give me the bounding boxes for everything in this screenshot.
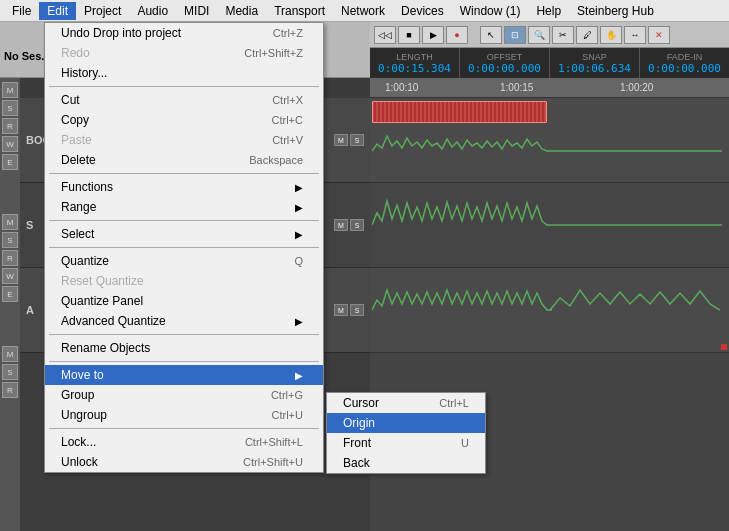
menubar-item-media[interactable]: Media [217, 2, 266, 20]
undo-shortcut: Ctrl+Z [273, 27, 303, 39]
submenu-item-front[interactable]: Front U [327, 433, 485, 453]
submenu-item-back[interactable]: Back [327, 453, 485, 473]
track-solo-s1[interactable]: S [350, 219, 364, 231]
menubar-item-edit[interactable]: Edit [39, 2, 76, 20]
range-tool[interactable]: ⊡ [504, 26, 526, 44]
waveform-boom [372, 126, 722, 176]
track-mute-s1[interactable]: M [334, 219, 348, 231]
menubar-item-file[interactable]: File [4, 2, 39, 20]
menubar: File Edit Project Audio MIDI Media Trans… [0, 0, 729, 22]
menu-item-reset-quantize[interactable]: Reset Quantize [45, 271, 323, 291]
side-icon-7[interactable]: S [2, 232, 18, 248]
group-shortcut: Ctrl+G [271, 389, 303, 401]
transport-bar: ◁◁ ■ ▶ ● ↖ ⊡ 🔍 ✂ 🖊 ✋ ↔ ✕ [370, 22, 729, 48]
select-label: Select [61, 227, 289, 241]
tool4[interactable]: 🖊 [576, 26, 598, 44]
menubar-item-project[interactable]: Project [76, 2, 129, 20]
ruler-mark-3: 1:00:20 [620, 82, 653, 93]
menu-item-group[interactable]: Group Ctrl+G [45, 385, 323, 405]
play-button[interactable]: ▶ [422, 26, 444, 44]
menu-item-history[interactable]: History... [45, 63, 323, 83]
cut-label: Cut [61, 93, 252, 107]
track-row-boom [370, 98, 729, 183]
move-to-submenu: Cursor Ctrl+L Origin Front U Back [326, 392, 486, 474]
copy-label: Copy [61, 113, 252, 127]
advanced-quantize-arrow: ▶ [295, 316, 303, 327]
fadein-label: Fade-In [667, 52, 703, 62]
menubar-item-devices[interactable]: Devices [393, 2, 452, 20]
separator-7 [49, 428, 319, 429]
track-solo-a1[interactable]: S [350, 304, 364, 316]
menu-item-unlock[interactable]: Unlock Ctrl+Shift+U [45, 452, 323, 472]
separator-4 [49, 247, 319, 248]
menubar-item-transport[interactable]: Transport [266, 2, 333, 20]
tool6[interactable]: ↔ [624, 26, 646, 44]
side-icon-8[interactable]: R [2, 250, 18, 266]
track-solo-boom[interactable]: S [350, 134, 364, 146]
menu-item-quantize[interactable]: Quantize Q [45, 251, 323, 271]
move-to-arrow: ▶ [295, 370, 303, 381]
menubar-item-steinberg[interactable]: Steinberg Hub [569, 2, 662, 20]
record-button[interactable]: ● [446, 26, 468, 44]
side-icon-11[interactable]: M [2, 346, 18, 362]
side-icon-4[interactable]: W [2, 136, 18, 152]
magnify-tool[interactable]: 🔍 [528, 26, 550, 44]
stop-button[interactable]: ■ [398, 26, 420, 44]
tool3[interactable]: ✂ [552, 26, 574, 44]
menubar-item-window[interactable]: Window (1) [452, 2, 529, 20]
submenu-item-origin[interactable]: Origin [327, 413, 485, 433]
menu-item-redo[interactable]: Redo Ctrl+Shift+Z [45, 43, 323, 63]
menu-item-quantize-panel[interactable]: Quantize Panel [45, 291, 323, 311]
audio-clip-red[interactable] [372, 101, 547, 123]
menu-item-advanced-quantize[interactable]: Advanced Quantize ▶ [45, 311, 323, 331]
menu-item-ungroup[interactable]: Ungroup Ctrl+U [45, 405, 323, 425]
menu-item-copy[interactable]: Copy Ctrl+C [45, 110, 323, 130]
ungroup-shortcut: Ctrl+U [272, 409, 303, 421]
functions-label: Functions [61, 180, 289, 194]
side-icon-6[interactable]: M [2, 214, 18, 230]
tool5[interactable]: ✋ [600, 26, 622, 44]
menu-item-undo[interactable]: Undo Drop into project Ctrl+Z [45, 23, 323, 43]
front-label: Front [343, 436, 441, 450]
menu-item-rename[interactable]: Rename Objects [45, 338, 323, 358]
offset-cell: Offset 0:00:00.000 [460, 48, 550, 78]
range-label: Range [61, 200, 289, 214]
side-icons: M S R W E M S R W E M S R [0, 78, 20, 531]
reset-quantize-label: Reset Quantize [61, 274, 303, 288]
menu-item-paste[interactable]: Paste Ctrl+V [45, 130, 323, 150]
menu-item-delete[interactable]: Delete Backspace [45, 150, 323, 170]
menubar-item-audio[interactable]: Audio [129, 2, 176, 20]
submenu-item-cursor[interactable]: Cursor Ctrl+L [327, 393, 485, 413]
menubar-item-help[interactable]: Help [528, 2, 569, 20]
side-icon-9[interactable]: W [2, 268, 18, 284]
menubar-item-midi[interactable]: MIDI [176, 2, 217, 20]
menu-item-select[interactable]: Select ▶ [45, 224, 323, 244]
side-icon-3[interactable]: R [2, 118, 18, 134]
close-x[interactable]: ✕ [648, 26, 670, 44]
lock-shortcut: Ctrl+Shift+L [245, 436, 303, 448]
offset-value: 0:00:00.000 [468, 62, 541, 75]
side-icon-2[interactable]: S [2, 100, 18, 116]
advanced-quantize-label: Advanced Quantize [61, 314, 289, 328]
side-icon-1[interactable]: M [2, 82, 18, 98]
side-icon-10[interactable]: E [2, 286, 18, 302]
cursor-label: Cursor [343, 396, 419, 410]
menu-item-range[interactable]: Range ▶ [45, 197, 323, 217]
side-icon-5[interactable]: E [2, 154, 18, 170]
waveform-s2-right [550, 278, 720, 343]
menu-item-lock[interactable]: Lock... Ctrl+Shift+L [45, 432, 323, 452]
cursor-tool[interactable]: ↖ [480, 26, 502, 44]
menu-item-move-to[interactable]: Move to ▶ [45, 365, 323, 385]
menubar-item-network[interactable]: Network [333, 2, 393, 20]
menu-item-functions[interactable]: Functions ▶ [45, 177, 323, 197]
rewind-button[interactable]: ◁◁ [374, 26, 396, 44]
track-mute-boom[interactable]: M [334, 134, 348, 146]
track-row-s2 [370, 268, 729, 353]
menu-item-cut[interactable]: Cut Ctrl+X [45, 90, 323, 110]
range-arrow: ▶ [295, 202, 303, 213]
side-icon-12[interactable]: S [2, 364, 18, 380]
track-mute-a1[interactable]: M [334, 304, 348, 316]
select-arrow: ▶ [295, 229, 303, 240]
unlock-shortcut: Ctrl+Shift+U [243, 456, 303, 468]
side-icon-13[interactable]: R [2, 382, 18, 398]
